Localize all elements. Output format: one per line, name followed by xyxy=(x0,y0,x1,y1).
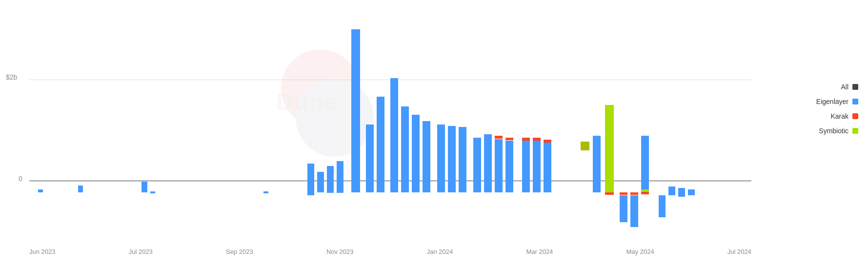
legend-item-eigenlayer: Eigenlayer xyxy=(816,98,858,105)
svg-rect-35 xyxy=(630,195,638,227)
svg-rect-18 xyxy=(459,127,466,192)
x-label-nov2023: Nov 2023 xyxy=(326,248,354,255)
svg-rect-8 xyxy=(337,161,343,193)
x-label-jun2023: Jun 2023 xyxy=(29,248,56,255)
bar-chart-svg xyxy=(29,15,751,229)
x-label-jan2024: Jan 2024 xyxy=(427,248,453,255)
svg-rect-15 xyxy=(423,121,430,192)
svg-rect-27 xyxy=(544,143,551,192)
svg-rect-34 xyxy=(620,195,627,222)
svg-rect-30 xyxy=(544,140,551,143)
svg-rect-25 xyxy=(522,141,530,192)
svg-rect-0 xyxy=(38,189,43,192)
svg-rect-1 xyxy=(78,186,83,192)
legend-label-eigenlayer: Eigenlayer xyxy=(816,98,848,105)
y-axis-label-zero: 0 xyxy=(19,175,22,183)
svg-rect-10 xyxy=(366,125,374,192)
svg-rect-2 xyxy=(141,182,147,192)
svg-rect-42 xyxy=(620,192,627,195)
svg-rect-33 xyxy=(605,105,614,192)
x-axis-labels: Jun 2023 Jul 2023 Sep 2023 Nov 2023 Jan … xyxy=(29,248,751,255)
svg-rect-41 xyxy=(605,192,614,195)
svg-rect-7 xyxy=(327,166,334,193)
legend-dot-eigenlayer xyxy=(852,99,858,104)
legend-item-karak: Karak xyxy=(816,112,858,120)
svg-rect-44 xyxy=(641,189,649,192)
svg-rect-16 xyxy=(437,125,445,192)
chart-legend: All Eigenlayer Karak Symbiotic xyxy=(816,83,858,135)
y-axis-label-2b: $2b xyxy=(6,73,17,81)
svg-rect-40 xyxy=(688,189,695,195)
svg-rect-23 xyxy=(495,136,503,139)
svg-rect-22 xyxy=(505,141,513,192)
x-label-jul2023: Jul 2023 xyxy=(129,248,153,255)
legend-item-symbiotic: Symbiotic xyxy=(816,127,858,135)
svg-rect-29 xyxy=(533,138,541,141)
svg-rect-38 xyxy=(668,187,675,195)
x-label-mar2024: Mar 2024 xyxy=(526,248,553,255)
svg-rect-26 xyxy=(533,141,541,192)
svg-rect-43 xyxy=(630,192,638,195)
svg-rect-36 xyxy=(641,136,649,192)
svg-rect-19 xyxy=(473,138,481,192)
legend-dot-symbiotic xyxy=(852,128,858,134)
svg-rect-14 xyxy=(412,115,420,192)
svg-rect-9 xyxy=(351,29,360,192)
legend-dot-all xyxy=(852,84,858,90)
svg-rect-24 xyxy=(505,138,513,140)
legend-label-all: All xyxy=(841,83,848,91)
svg-rect-17 xyxy=(448,126,456,192)
legend-label-symbiotic: Symbiotic xyxy=(819,127,848,135)
x-label-sep2023: Sep 2023 xyxy=(226,248,253,255)
x-label-jul2024: Jul 2024 xyxy=(727,248,751,255)
svg-rect-6 xyxy=(317,172,324,192)
legend-dot-karak xyxy=(852,113,858,119)
svg-rect-20 xyxy=(484,134,492,192)
svg-rect-31 xyxy=(581,142,589,150)
chart-container: $2b 0 Dune xyxy=(0,0,868,270)
svg-rect-32 xyxy=(593,136,601,192)
legend-item-all: All xyxy=(816,83,858,91)
svg-rect-4 xyxy=(263,191,268,193)
svg-rect-45 xyxy=(641,192,649,194)
svg-rect-5 xyxy=(307,164,314,195)
svg-rect-21 xyxy=(495,139,503,192)
svg-rect-39 xyxy=(678,188,685,197)
svg-rect-13 xyxy=(401,106,409,192)
svg-rect-28 xyxy=(522,138,530,141)
svg-rect-12 xyxy=(390,78,398,192)
svg-rect-11 xyxy=(377,97,384,192)
legend-label-karak: Karak xyxy=(830,112,848,120)
svg-rect-3 xyxy=(150,191,155,193)
svg-rect-37 xyxy=(659,195,666,217)
x-label-may2024: May 2024 xyxy=(626,248,654,255)
